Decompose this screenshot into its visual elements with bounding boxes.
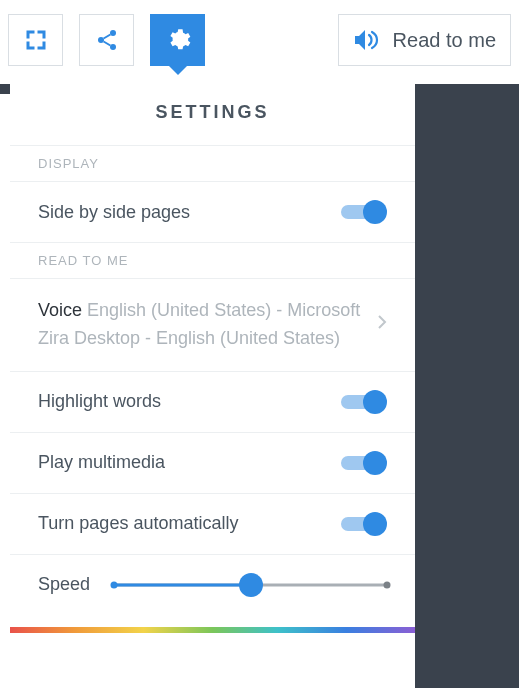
- settings-button[interactable]: [150, 14, 205, 66]
- svg-point-0: [110, 30, 116, 36]
- rainbow-bar: [10, 627, 415, 633]
- row-autopage: Turn pages automatically: [10, 493, 415, 554]
- dark-edge-left: [0, 84, 10, 94]
- fullscreen-icon: [24, 28, 48, 52]
- fullscreen-button[interactable]: [8, 14, 63, 66]
- highlight-label: Highlight words: [38, 391, 327, 412]
- autopage-label: Turn pages automatically: [38, 513, 327, 534]
- gear-icon: [165, 27, 191, 53]
- row-highlight: Highlight words: [10, 371, 415, 432]
- voice-name: Voice: [38, 300, 82, 320]
- dark-panel-right: [415, 84, 519, 688]
- speaker-icon: [353, 28, 381, 52]
- svg-point-1: [98, 37, 104, 43]
- multimedia-toggle[interactable]: [341, 451, 387, 475]
- section-heading-display: DISPLAY: [10, 145, 415, 181]
- chevron-right-icon: [377, 314, 387, 335]
- read-to-me-button[interactable]: Read to me: [338, 14, 511, 66]
- toolbar: Read to me: [0, 0, 519, 84]
- svg-point-2: [110, 44, 116, 50]
- settings-panel: SETTINGS DISPLAY Side by side pages READ…: [10, 84, 415, 633]
- row-side-by-side: Side by side pages: [10, 181, 415, 242]
- side-by-side-label: Side by side pages: [38, 202, 327, 223]
- voice-desc: English (United States) - Microsoft Zira…: [38, 300, 360, 348]
- speed-label: Speed: [38, 574, 90, 595]
- side-by-side-toggle[interactable]: [341, 200, 387, 224]
- highlight-toggle[interactable]: [341, 390, 387, 414]
- row-speed: Speed: [10, 554, 415, 619]
- row-voice[interactable]: Voice English (United States) - Microsof…: [10, 278, 415, 371]
- autopage-toggle[interactable]: [341, 512, 387, 536]
- multimedia-label: Play multimedia: [38, 452, 327, 473]
- section-heading-read: READ TO ME: [10, 242, 415, 278]
- share-icon: [95, 28, 119, 52]
- panel-title: SETTINGS: [10, 84, 415, 145]
- share-button[interactable]: [79, 14, 134, 66]
- row-multimedia: Play multimedia: [10, 432, 415, 493]
- read-to-me-label: Read to me: [393, 29, 496, 52]
- speed-slider[interactable]: [114, 573, 387, 597]
